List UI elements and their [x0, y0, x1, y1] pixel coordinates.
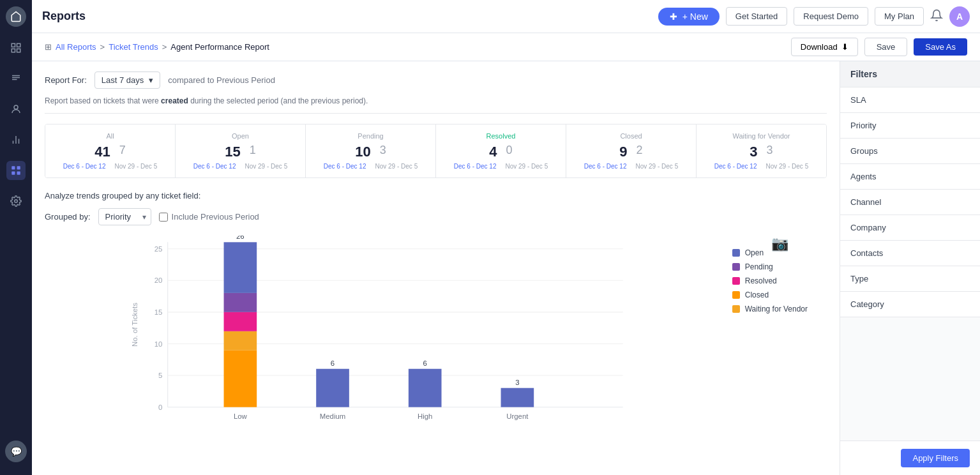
sidebar-item-settings[interactable]: [6, 192, 26, 211]
stat-pending-date2: Nov 29 - Dec 5: [375, 163, 418, 170]
legend-item-open: Open: [732, 248, 808, 257]
sidebar: 💬: [0, 0, 32, 475]
stat-pending-primary: 10: [355, 144, 370, 160]
header-actions: ✚ + New Get Started Request Demo My Plan…: [658, 6, 970, 27]
stat-card-vendor: Waiting for Vendor 3 3 Dec 6 - Dec 12 No…: [697, 124, 826, 177]
svg-text:0: 0: [158, 403, 162, 411]
filter-agents[interactable]: Agents: [840, 164, 980, 190]
get-started-button[interactable]: Get Started: [726, 7, 787, 26]
filter-company[interactable]: Company: [840, 215, 980, 241]
chevron-down-icon: ▾: [149, 75, 153, 85]
filter-channel[interactable]: Channel: [840, 190, 980, 215]
download-button[interactable]: Download ⬇: [791, 38, 858, 56]
stat-pending-label: Pending: [315, 132, 426, 140]
stat-card-pending: Pending 10 3 Dec 6 - Dec 12 Nov 29 - Dec…: [306, 124, 436, 177]
sidebar-chat-button[interactable]: 💬: [5, 441, 27, 462]
bar-low-closed: [224, 351, 257, 407]
value-urgent: 3: [515, 379, 519, 386]
new-button[interactable]: ✚ + New: [658, 8, 720, 26]
report-for-label: Report For:: [45, 75, 87, 85]
svg-rect-0: [11, 43, 15, 47]
filter-sla[interactable]: SLA: [840, 87, 980, 113]
stat-closed-secondary: 2: [637, 144, 643, 157]
breadcrumb-agent-report: Agent Performance Report: [170, 42, 269, 52]
stat-resolved-primary: 4: [489, 144, 497, 160]
bar-low-resolved: [224, 312, 257, 331]
grouped-by-select[interactable]: Priority: [98, 208, 151, 225]
svg-point-12: [15, 200, 18, 203]
notification-bell[interactable]: [930, 9, 943, 24]
stat-all-label: All: [54, 132, 166, 140]
apply-filters-button[interactable]: Apply Filters: [901, 449, 970, 467]
bar-low-vendor: [224, 331, 257, 351]
save-button[interactable]: Save: [864, 38, 908, 56]
save-as-button[interactable]: Save As: [914, 38, 967, 56]
filter-category[interactable]: Category: [840, 292, 980, 317]
filters-footer: Apply Filters: [840, 441, 980, 475]
chart-area: 📷 0 5 10: [45, 236, 827, 436]
stat-all-primary: 41: [94, 144, 110, 160]
page-title: Reports: [42, 10, 658, 23]
stat-vendor-label: Waiting for Vendor: [705, 132, 817, 140]
bar-low-open: [224, 242, 257, 293]
sidebar-logo[interactable]: [6, 6, 26, 27]
bar-low-pending: [224, 293, 257, 312]
grouped-select-wrapper: Priority: [98, 208, 151, 225]
grouped-label: Grouped by:: [45, 212, 91, 222]
filter-groups[interactable]: Groups: [840, 139, 980, 164]
legend-color-open: [732, 249, 740, 257]
stat-vendor-secondary: 3: [767, 144, 773, 157]
stat-open-primary: 15: [225, 144, 240, 160]
analyze-text: Analyze trends grouped by any ticket fie…: [45, 191, 827, 200]
filter-channel-label: Channel: [850, 197, 881, 207]
sub-actions: Download ⬇ Save Save As: [791, 38, 967, 56]
user-avatar[interactable]: A: [949, 6, 970, 27]
svg-point-4: [14, 105, 18, 109]
breadcrumb-grid-icon: ⊞: [45, 42, 52, 52]
breadcrumb-all-reports[interactable]: All Reports: [56, 42, 96, 52]
value-high: 6: [423, 359, 427, 367]
legend-color-pending: [732, 263, 740, 271]
stat-all-date1: Dec 6 - Dec 12: [63, 163, 106, 170]
sidebar-item-analytics[interactable]: [6, 130, 26, 149]
stat-pending-secondary: 3: [380, 144, 386, 157]
stat-closed-primary: 9: [619, 144, 627, 160]
report-note: Report based on tickets that were create…: [45, 96, 827, 114]
breadcrumb: ⊞ All Reports > Ticket Trends > Agent Pe…: [45, 42, 269, 52]
label-low: Low: [234, 412, 248, 420]
filter-priority[interactable]: Priority: [840, 113, 980, 139]
request-demo-button[interactable]: Request Demo: [794, 7, 868, 26]
my-plan-button[interactable]: My Plan: [875, 7, 924, 26]
svg-text:5: 5: [158, 372, 162, 379]
svg-rect-2: [17, 49, 20, 52]
sidebar-item-tickets[interactable]: [6, 69, 26, 88]
filter-contacts[interactable]: Contacts: [840, 241, 980, 266]
sidebar-item-reports[interactable]: [6, 161, 26, 180]
legend-label-open: Open: [745, 248, 764, 257]
report-note-bold: created: [161, 96, 188, 105]
sidebar-item-contacts[interactable]: [6, 100, 26, 119]
new-button-label: + New: [682, 11, 708, 22]
breadcrumb-ticket-trends[interactable]: Ticket Trends: [109, 42, 158, 52]
download-label: Download: [801, 42, 838, 52]
bar-medium-open: [316, 369, 349, 407]
report-content: Report For: Last 7 days ▾ compared to Pr…: [32, 61, 840, 475]
include-previous-checkbox[interactable]: [159, 213, 168, 222]
value-low: 26: [236, 236, 245, 240]
legend-label-closed: Closed: [745, 290, 769, 299]
breadcrumb-sep1: >: [100, 42, 105, 52]
report-for-row: Report For: Last 7 days ▾ compared to Pr…: [45, 72, 827, 89]
camera-icon[interactable]: 📷: [771, 236, 788, 252]
legend-color-resolved: [732, 277, 740, 285]
compared-text: compared to Previous Period: [168, 75, 275, 85]
grouped-by-row: Grouped by: Priority Include Previous Pe…: [45, 208, 827, 225]
sidebar-item-home[interactable]: [6, 38, 26, 57]
filter-sla-label: SLA: [850, 95, 866, 105]
svg-text:20: 20: [155, 276, 163, 284]
filter-type[interactable]: Type: [840, 266, 980, 292]
period-value: Last 7 days: [102, 75, 144, 85]
svg-rect-1: [17, 43, 20, 47]
legend-item-pending: Pending: [732, 262, 808, 271]
period-select[interactable]: Last 7 days ▾: [94, 72, 161, 89]
stat-card-open: Open 15 1 Dec 6 - Dec 12 Nov 29 - Dec 5: [176, 124, 306, 177]
